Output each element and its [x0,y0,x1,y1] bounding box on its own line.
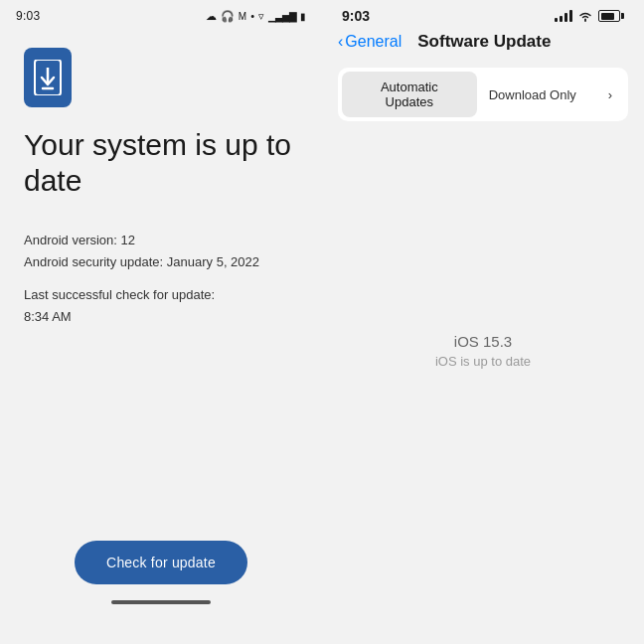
ios-status-icons [555,10,624,22]
download-only-tab[interactable]: Download Only › [477,80,624,110]
chevron-right-icon: › [608,87,612,102]
ios-uptodate-label: iOS is up to date [435,354,531,369]
android-version-label: Android version: 12 [24,231,298,250]
download-only-label: Download Only [489,87,576,102]
dot-icon: • [250,10,254,22]
ios-back-label: General [345,33,402,51]
signal-bars-icon [555,10,572,22]
check-update-button[interactable]: Check for update [75,541,247,584]
signal-bar-2 [560,16,563,22]
ios-panel: 9:03 [322,0,644,644]
cloud-icon: ☁ [206,10,217,23]
ios-time: 9:03 [342,8,370,24]
android-main-title: Your system is up to date [24,127,298,199]
wifi-icon: ▿ [258,10,264,23]
android-security-label: Android security update: January 5, 2022 [24,252,298,272]
battery-icon: ▮ [300,11,306,22]
ios-back-button[interactable]: ‹ General [338,33,402,51]
android-time: 9:03 [16,9,41,23]
android-panel: 9:03 ☁ 🎧 M • ▿ ▁▃▅▇ ▮ [0,0,322,644]
battery-fill [601,13,615,20]
android-main-content: Your system is up to date Android versio… [0,28,322,525]
ios-update-info: iOS 15.3 iOS is up to date [322,137,644,644]
battery-icon [598,10,624,22]
mail-icon: M [239,11,246,22]
ios-segment-control: Automatic Updates Download Only › [338,68,628,121]
android-status-bar: 9:03 ☁ 🎧 M • ▿ ▁▃▅▇ ▮ [0,0,322,28]
android-last-check-label: Last successful check for update: [24,285,298,305]
ios-nav-bar: ‹ General Software Update [322,28,644,60]
wifi-icon [578,10,592,22]
android-info-section: Android version: 12 Android security upd… [24,231,298,326]
android-last-check-time: 8:34 AM [24,307,298,327]
ios-status-bar: 9:03 [322,0,644,28]
headphones-icon: 🎧 [221,10,235,23]
signal-bar-3 [564,13,567,22]
ios-page-title: Software Update [417,32,551,52]
battery-tip [621,13,624,19]
phone-download-svg [34,60,62,95]
battery-body [598,10,620,22]
automatic-updates-tab[interactable]: Automatic Updates [342,72,477,117]
signal-bar-1 [555,18,558,22]
chevron-left-icon: ‹ [338,33,343,51]
signal-icon: ▁▃▅▇ [268,11,296,22]
android-home-bar [111,600,211,604]
system-update-icon [24,48,72,107]
android-status-icons: ☁ 🎧 M • ▿ ▁▃▅▇ ▮ [206,10,306,23]
ios-version-label: iOS 15.3 [454,333,512,350]
signal-bar-4 [569,10,572,22]
android-bottom: Check for update [0,525,322,644]
